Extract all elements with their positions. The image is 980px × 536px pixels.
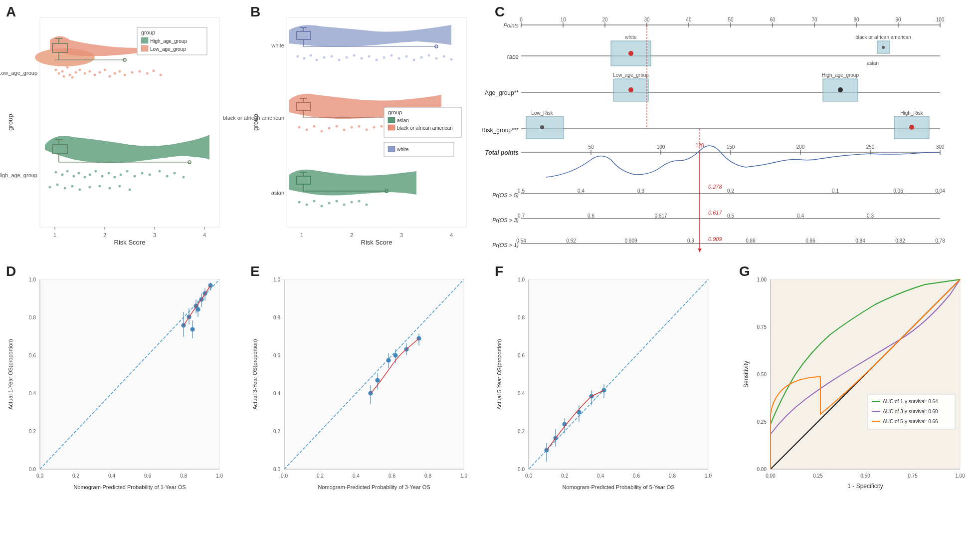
svg-point-149 [306, 204, 308, 206]
svg-point-133 [328, 127, 331, 130]
svg-point-31 [94, 74, 96, 76]
svg-point-66 [166, 175, 169, 178]
svg-point-116 [405, 55, 408, 58]
svg-text:0.2: 0.2 [72, 473, 79, 479]
svg-point-150 [313, 200, 316, 203]
panel-e-label: E [250, 264, 260, 279]
svg-text:High_Risk: High_Risk [900, 110, 924, 116]
svg-text:High_age_group: High_age_group [0, 172, 37, 178]
svg-point-39 [139, 70, 141, 73]
svg-point-138 [366, 129, 368, 131]
svg-rect-162 [388, 125, 395, 130]
svg-text:1.00: 1.00 [757, 277, 767, 282]
svg-text:0.50: 0.50 [757, 372, 767, 377]
svg-text:3: 3 [153, 232, 156, 238]
panel-d-label: D [6, 264, 16, 279]
svg-text:group: group [141, 29, 155, 35]
svg-point-26 [75, 71, 77, 74]
svg-point-72 [71, 185, 74, 188]
svg-text:Risk Score: Risk Score [361, 239, 392, 246]
svg-point-64 [149, 174, 151, 176]
svg-text:1: 1 [53, 232, 56, 238]
svg-point-78 [129, 189, 131, 191]
svg-point-30 [89, 70, 91, 73]
svg-point-121 [443, 55, 445, 58]
svg-text:0.4: 0.4 [108, 473, 115, 479]
svg-text:2: 2 [350, 232, 353, 238]
svg-point-35 [114, 72, 116, 75]
svg-point-75 [99, 185, 101, 188]
svg-text:asian: asian [271, 190, 284, 196]
svg-text:0.6: 0.6 [389, 473, 395, 479]
svg-text:0: 0 [520, 17, 523, 22]
svg-text:Actual 5-Year OS(proportion): Actual 5-Year OS(proportion) [496, 339, 502, 409]
svg-point-195 [628, 51, 633, 56]
svg-text:0.909: 0.909 [708, 236, 722, 242]
svg-point-32 [99, 71, 101, 74]
svg-point-105 [323, 56, 326, 59]
svg-text:0.2: 0.2 [518, 429, 525, 434]
svg-point-205 [628, 87, 633, 92]
svg-point-25 [69, 74, 71, 76]
svg-text:80: 80 [853, 17, 859, 22]
svg-point-57 [101, 175, 104, 178]
svg-point-29 [84, 72, 86, 75]
svg-text:0.88: 0.88 [746, 238, 756, 244]
svg-point-56 [95, 170, 97, 173]
svg-point-58 [108, 172, 110, 175]
svg-text:0.00: 0.00 [757, 467, 767, 472]
svg-text:0.617: 0.617 [708, 210, 722, 216]
svg-point-101 [297, 55, 299, 58]
svg-point-132 [321, 130, 323, 133]
top-row: A group Risk Score 1 2 3 4 [0, 0, 980, 260]
svg-text:4: 4 [203, 232, 206, 238]
svg-text:white: white [624, 34, 637, 40]
svg-text:128: 128 [696, 143, 704, 148]
panel-e: E Actual 3-Year OS(proportion) Nomogram-… [244, 260, 489, 536]
svg-text:Nomogram-Predicted Probability: Nomogram-Predicted Probability of 5-Year… [562, 484, 674, 490]
svg-text:High_age_group: High_age_group [150, 38, 187, 44]
svg-point-68 [183, 176, 185, 179]
svg-point-108 [346, 56, 348, 59]
svg-point-24 [63, 75, 65, 78]
svg-text:0.86: 0.86 [805, 238, 815, 244]
svg-text:90: 90 [895, 17, 901, 22]
svg-text:3: 3 [400, 232, 403, 238]
svg-text:High_age_group: High_age_group [822, 72, 859, 78]
svg-point-74 [89, 186, 91, 189]
svg-text:1.0: 1.0 [273, 277, 280, 282]
svg-point-76 [109, 187, 111, 190]
svg-text:0.84: 0.84 [855, 238, 865, 244]
svg-point-111 [368, 55, 371, 58]
svg-text:1.0: 1.0 [216, 473, 223, 479]
svg-point-73 [79, 189, 81, 191]
svg-text:0.5: 0.5 [518, 188, 525, 194]
svg-point-65 [159, 170, 161, 173]
panel-c-label: C [495, 4, 505, 20]
svg-text:0.8: 0.8 [518, 315, 525, 320]
svg-text:0.06: 0.06 [893, 188, 903, 194]
svg-text:0.8: 0.8 [273, 315, 280, 320]
svg-text:Low_age_group: Low_age_group [0, 70, 37, 76]
svg-text:100: 100 [657, 144, 665, 150]
panel-a-label: A [6, 4, 16, 20]
svg-text:30: 30 [644, 17, 650, 22]
svg-point-214 [540, 125, 544, 129]
svg-point-131 [313, 125, 316, 128]
svg-point-54 [84, 176, 86, 179]
svg-text:0.50: 0.50 [860, 473, 870, 479]
svg-text:0.4: 0.4 [29, 391, 36, 396]
svg-text:0.0: 0.0 [273, 467, 280, 472]
panel-c-chart: Points 0 10 20 30 40 [496, 10, 970, 255]
svg-point-67 [174, 172, 176, 175]
svg-text:0.4: 0.4 [273, 391, 280, 396]
main-container: A group Risk Score 1 2 3 4 [0, 0, 980, 536]
panel-g: G Sensitivity 1 - Specificity 0.00 0.25 … [733, 260, 980, 536]
svg-text:0.2: 0.2 [273, 429, 280, 434]
svg-text:1: 1 [300, 232, 303, 238]
svg-text:0.4: 0.4 [518, 391, 525, 396]
svg-point-117 [413, 59, 415, 61]
svg-point-27 [71, 76, 74, 79]
svg-text:Pr(OS > 5): Pr(OS > 5) [492, 192, 519, 198]
svg-point-37 [124, 74, 126, 76]
